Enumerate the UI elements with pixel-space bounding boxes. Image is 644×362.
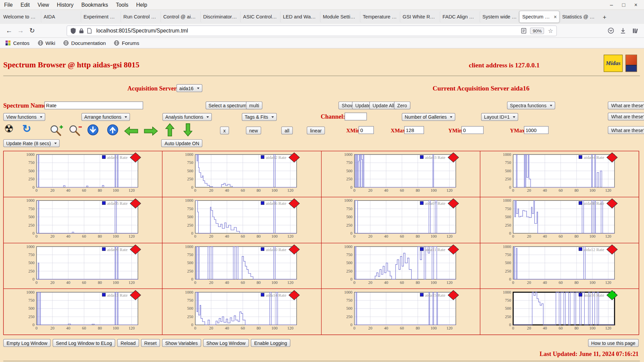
ymin-input[interactable] xyxy=(462,126,484,134)
reload-button[interactable]: ↻ xyxy=(26,25,38,36)
arrange-functions-dropdown[interactable]: Arrange functions xyxy=(82,113,130,121)
footer-reset[interactable]: Reset xyxy=(141,339,160,347)
x-button[interactable]: x xyxy=(220,127,229,134)
tab-14[interactable]: Spectrum Brows× xyxy=(520,11,559,22)
tab-6[interactable]: Discriminator con xyxy=(200,11,240,22)
xmin-input[interactable] xyxy=(359,126,374,134)
minimize-button[interactable]: – xyxy=(610,2,613,8)
spectrum-chart-aida13[interactable]: 02040608010012002505007501000aida13 Rate xyxy=(4,289,162,335)
menu-help[interactable]: Help xyxy=(136,2,147,8)
what-are-these-button-1[interactable]: What are these? xyxy=(608,102,644,109)
channel-input[interactable] xyxy=(344,113,367,120)
tab-8[interactable]: LED and Wavefor xyxy=(280,11,320,22)
blue-down-arrow-icon[interactable] xyxy=(87,124,99,135)
back-button[interactable]: ← xyxy=(3,25,15,36)
zero-button[interactable]: Zero xyxy=(394,102,411,109)
maximize-button[interactable]: □ xyxy=(622,2,625,8)
footer-reload[interactable]: Reload xyxy=(117,339,139,347)
menu-view[interactable]: View xyxy=(38,2,49,8)
spectrum-chart-aida11[interactable]: 02040608010012002505007501000aida11 Rate xyxy=(321,243,480,289)
spectrum-chart-aida04[interactable]: 02040608010012002505007501000aida04 Rate xyxy=(480,151,639,197)
tab-12[interactable]: FADC Align & Ch xyxy=(440,11,480,22)
zoom-in-icon[interactable] xyxy=(49,124,63,136)
spectra-functions-dropdown[interactable]: Spectra functions xyxy=(507,102,555,109)
green-right-arrow-icon[interactable] xyxy=(144,127,158,136)
bookmark-documentation[interactable]: Documentation xyxy=(63,40,106,46)
what-are-these-button-2[interactable]: What are these? xyxy=(608,113,644,120)
new-button[interactable]: new xyxy=(246,127,261,134)
update-all-button[interactable]: Update All xyxy=(369,102,397,109)
tab-11[interactable]: GSI White Rabbit xyxy=(400,11,440,22)
tab-15[interactable]: Statistics @ aida xyxy=(559,11,599,22)
menu-file[interactable]: File xyxy=(4,2,13,8)
view-functions-dropdown[interactable]: View functions xyxy=(3,113,45,121)
tab-3[interactable]: Experiment Control xyxy=(80,11,120,22)
how-to-use-button[interactable]: How to use this page xyxy=(588,339,639,347)
multi-button[interactable]: multi xyxy=(246,102,262,109)
footer-show-log-window[interactable]: Show Log Window xyxy=(203,339,249,347)
menu-history[interactable]: History xyxy=(57,2,74,8)
spectrum-chart-aida10[interactable]: 02040608010012002505007501000aida10 Rate xyxy=(163,243,321,289)
new-tab-button[interactable]: + xyxy=(599,11,610,22)
spectrum-chart-aida14[interactable]: 02040608010012002505007501000aida14 Rate xyxy=(163,289,321,335)
zoom-out-icon[interactable] xyxy=(68,124,83,136)
tab-close-icon[interactable]: × xyxy=(554,14,557,20)
bookmark-star-icon[interactable]: ☆ xyxy=(548,27,553,34)
spectrum-chart-aida06[interactable]: 02040608010012002505007501000aida06 Rate xyxy=(163,197,321,243)
analysis-functions-dropdown[interactable]: Analysis functions xyxy=(162,113,212,121)
blue-up-arrow-icon[interactable] xyxy=(107,124,118,135)
tab-9[interactable]: Module Settings xyxy=(320,11,360,22)
close-button[interactable]: × xyxy=(634,2,637,8)
downloads-icon[interactable] xyxy=(620,28,626,34)
footer-empty-log-window[interactable]: Empty Log Window xyxy=(3,339,51,347)
radiation-icon[interactable]: ☢ xyxy=(4,123,14,135)
spectrum-chart-aida01[interactable]: 02040608010012002505007501000aida01 Rate xyxy=(4,151,162,197)
spectrum-chart-aida16[interactable]: 02040608010012002505007501000aida16 Rate xyxy=(480,289,639,335)
menu-bookmarks[interactable]: Bookmarks xyxy=(81,2,108,8)
spectrum-chart-aida15[interactable]: 02040608010012002505007501000aida15 Rate xyxy=(321,289,480,335)
bookmark-wiki[interactable]: Wiki xyxy=(38,40,55,46)
spectrum-chart-aida05[interactable]: 02040608010012002505007501000aida05 Rate xyxy=(4,197,162,243)
menu-edit[interactable]: Edit xyxy=(20,2,30,8)
spectrum-name-input[interactable] xyxy=(44,102,143,109)
tab-7[interactable]: ASIC Control @ a xyxy=(240,11,280,22)
xmax-input[interactable] xyxy=(404,126,424,134)
pocket-icon[interactable] xyxy=(608,27,614,34)
spectrum-chart-aida12[interactable]: 02040608010012002505007501000aida12 Rate xyxy=(480,243,639,289)
lock-icon[interactable] xyxy=(79,28,84,34)
footer-send-log-window-to-elog[interactable]: Send Log Window to ELog xyxy=(53,339,115,347)
library-icon[interactable] xyxy=(632,28,639,34)
layout-id-dropdown[interactable]: Layout ID=1 xyxy=(481,113,518,121)
tab-10[interactable]: Temperature and xyxy=(360,11,400,22)
update-rate-dropdown[interactable]: Update Rate (8 secs) xyxy=(3,139,60,147)
spectrum-chart-aida02[interactable]: 02040608010012002505007501000aida02 Rate xyxy=(163,151,321,197)
spectrum-chart-aida08[interactable]: 02040608010012002505007501000aida08 Rate xyxy=(480,197,639,243)
tab-4[interactable]: Run Control @ aidas xyxy=(120,11,160,22)
what-are-these-button-3[interactable]: What are these? xyxy=(608,126,644,134)
menu-tools[interactable]: Tools xyxy=(116,2,128,8)
ymax-input[interactable] xyxy=(524,126,549,134)
url-text[interactable]: localhost:8015/Spectrum/Spectrum.tml xyxy=(96,27,188,34)
tab-2[interactable]: AIDA xyxy=(41,11,80,22)
forward-button[interactable]: → xyxy=(15,25,26,36)
bookmark-centos[interactable]: Centos xyxy=(5,40,30,46)
spectrum-chart-aida07[interactable]: 02040608010012002505007501000aida07 Rate xyxy=(321,197,480,243)
tab-13[interactable]: System wide Che xyxy=(480,11,520,22)
all-button[interactable]: all xyxy=(281,127,293,134)
shield-icon[interactable] xyxy=(70,27,76,34)
tab-5[interactable]: Control @ aidas xyxy=(160,11,200,22)
bookmark-forums[interactable]: Forums xyxy=(114,40,139,46)
reader-mode-icon[interactable] xyxy=(521,28,527,34)
refresh-icon[interactable]: ↻ xyxy=(22,123,31,135)
footer-enable-logging[interactable]: Enable Logging xyxy=(251,339,290,347)
linear-button[interactable]: linear xyxy=(307,127,325,134)
tab-1[interactable]: Welcome to Centos xyxy=(1,11,41,22)
spectrum-chart-aida03[interactable]: 02040608010012002505007501000aida03 Rate xyxy=(321,151,480,197)
green-down-arrow-icon[interactable] xyxy=(183,123,193,136)
zoom-level-indicator[interactable]: 90% xyxy=(530,27,544,34)
green-left-arrow-icon[interactable] xyxy=(124,127,138,136)
footer-show-variables[interactable]: Show Variables xyxy=(162,339,201,347)
spectrum-chart-aida09[interactable]: 02040608010012002505007501000aida09 Rate xyxy=(4,243,162,289)
url-bar[interactable]: localhost:8015/Spectrum/Spectrum.tml 90%… xyxy=(67,25,557,36)
number-of-galleries-dropdown[interactable]: Number of Galleries xyxy=(402,113,455,121)
